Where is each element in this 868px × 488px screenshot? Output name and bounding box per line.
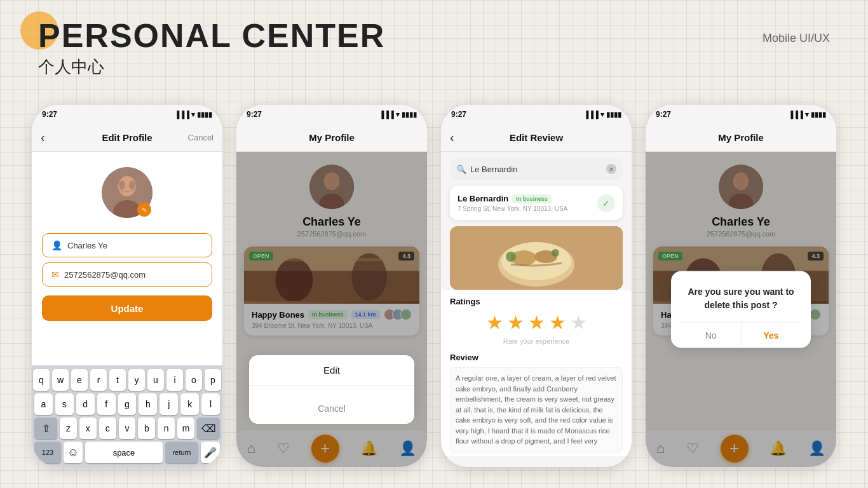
page-subtitle: 个人中心: [38, 56, 385, 78]
review-text[interactable]: A regular one, a layer of cream, a layer…: [450, 367, 623, 452]
key-v[interactable]: v: [119, 417, 136, 439]
space-key[interactable]: space: [85, 442, 163, 463]
status-icons-1: ▐▐▐ ▾ ▮▮▮▮: [175, 111, 212, 119]
profile-content-4: Charles Ye 2572562875@qq.com OPEN: [646, 152, 836, 467]
svg-point-19: [552, 249, 559, 257]
email-field[interactable]: ✉ 2572562875@qq.com: [42, 262, 212, 287]
action-edit[interactable]: Edit: [249, 355, 414, 386]
confirm-buttons: No Yes: [681, 322, 801, 348]
key-m[interactable]: m: [177, 417, 194, 439]
key-n[interactable]: n: [158, 417, 175, 439]
ratings-section: Ratings ★ ★ ★ ★ ★ Rate your experience: [441, 290, 632, 348]
back-button-1[interactable]: ‹: [41, 130, 45, 145]
ratings-label: Ratings: [450, 297, 623, 306]
key-d[interactable]: d: [76, 393, 95, 415]
confirm-no-button[interactable]: No: [681, 323, 742, 348]
key-g[interactable]: g: [118, 393, 137, 415]
back-button-3[interactable]: ‹: [450, 130, 454, 145]
phone-edit-profile: 9:27 ▐▐▐ ▾ ▮▮▮▮ ‹ Edit Profile Cancel: [32, 105, 222, 467]
status-icons-2: ▐▐▐ ▾ ▮▮▮▮: [379, 111, 417, 119]
keyboard-row-4: 123 ☺ space return 🎤: [34, 442, 220, 463]
key-k[interactable]: k: [180, 393, 199, 415]
status-icons-4: ▐▐▐ ▾ ▮▮▮▮: [789, 111, 827, 119]
key-a[interactable]: a: [34, 393, 53, 415]
name-field[interactable]: 👤 Charles Ye: [42, 233, 212, 257]
svg-point-18: [506, 252, 516, 262]
key-u[interactable]: u: [147, 369, 164, 391]
food-image: [450, 226, 623, 290]
shift-key[interactable]: ⇧: [34, 417, 57, 439]
svg-point-3: [119, 180, 125, 189]
phone-my-profile: 9:27 ▐▐▐ ▾ ▮▮▮▮ My Profile Charles Ye 25…: [236, 105, 427, 467]
email-icon: ✉: [51, 269, 59, 280]
clear-icon-3[interactable]: ✕: [606, 164, 616, 174]
key-z[interactable]: z: [60, 417, 77, 439]
status-time-1: 9:27: [42, 110, 57, 119]
confirm-text: Are you sure you want to delete this pos…: [681, 285, 801, 312]
key-h[interactable]: h: [139, 393, 157, 415]
keyboard: q w e r t y u i o p a s d f g h: [32, 365, 222, 467]
action-cancel[interactable]: Cancel: [249, 393, 414, 424]
key-j[interactable]: j: [159, 393, 178, 415]
phones-row: 9:27 ▐▐▐ ▾ ▮▮▮▮ ‹ Edit Profile Cancel: [32, 105, 836, 467]
cancel-button-1[interactable]: Cancel: [188, 133, 214, 142]
key-i[interactable]: i: [166, 369, 183, 391]
page-header: PERSONAL CENTER 个人中心: [38, 19, 385, 78]
key-b[interactable]: b: [138, 417, 155, 439]
star-1[interactable]: ★: [486, 311, 503, 334]
nav-title-4: My Profile: [718, 132, 764, 143]
result-address: 7 Spring St, New York, NY 10013, USA: [458, 205, 567, 212]
key-x[interactable]: x: [79, 417, 97, 439]
mic-key[interactable]: 🎤: [201, 442, 220, 463]
star-2[interactable]: ★: [507, 311, 524, 334]
key-w[interactable]: w: [52, 369, 69, 391]
status-bar-4: 9:27 ▐▐▐ ▾ ▮▮▮▮: [646, 105, 836, 124]
status-bar-2: 9:27 ▐▐▐ ▾ ▮▮▮▮: [236, 105, 427, 124]
result-name: Le Bernardin In business: [458, 194, 567, 203]
email-value: 2572562875@qq.com: [64, 270, 146, 280]
search-bar[interactable]: 🔍 Le Bernardin ✕: [450, 158, 623, 180]
key-o[interactable]: o: [186, 369, 202, 391]
key-l[interactable]: l: [201, 393, 220, 415]
key-c[interactable]: c: [99, 417, 116, 439]
keyboard-row-2: a s d f g h j k l: [34, 393, 220, 415]
search-icon-3: 🔍: [456, 165, 466, 174]
avatar-edit-btn[interactable]: ✎: [137, 203, 151, 217]
stars-row: ★ ★ ★ ★ ★: [450, 311, 623, 334]
status-bar-3: 9:27 ▐▐▐ ▾ ▮▮▮▮: [441, 105, 632, 124]
backspace-key[interactable]: ⌫: [197, 417, 220, 439]
search-text-3: Le Bernardin: [470, 165, 602, 174]
star-5[interactable]: ★: [570, 311, 587, 334]
num-key[interactable]: 123: [34, 442, 61, 463]
update-button[interactable]: Update: [42, 295, 212, 321]
page-tag: Mobile UI/UX: [763, 32, 830, 45]
key-e[interactable]: e: [71, 369, 88, 391]
emoji-key[interactable]: ☺: [64, 442, 83, 463]
review-label: Review: [450, 353, 623, 362]
restaurant-result: Le Bernardin In business 7 Spring St, Ne…: [450, 186, 623, 220]
nav-title-1: Edit Profile: [102, 132, 152, 143]
key-t[interactable]: t: [109, 369, 126, 391]
confirm-modal: Are you sure you want to delete this pos…: [671, 271, 811, 348]
key-q[interactable]: q: [33, 369, 50, 391]
star-3[interactable]: ★: [528, 311, 545, 334]
key-f[interactable]: f: [97, 393, 116, 415]
person-icon: 👤: [51, 240, 62, 250]
tag-in-business-3: In business: [512, 194, 552, 203]
result-info: Le Bernardin In business 7 Spring St, Ne…: [458, 194, 567, 212]
key-r[interactable]: r: [90, 369, 107, 391]
phone-edit-review: 9:27 ▐▐▐ ▾ ▮▮▮▮ ‹ Edit Review 🔍 Le Berna…: [441, 105, 632, 467]
nav-title-3: Edit Review: [510, 132, 563, 143]
avatar-section: ✎: [32, 152, 222, 228]
name-value: Charles Ye: [67, 241, 107, 250]
key-p[interactable]: p: [205, 369, 221, 391]
phone-delete-confirm: 9:27 ▐▐▐ ▾ ▮▮▮▮ My Profile Charles Ye 25…: [646, 105, 836, 467]
key-y[interactable]: y: [128, 369, 145, 391]
nav-header-3: ‹ Edit Review: [441, 124, 632, 152]
confirm-yes-button[interactable]: Yes: [742, 323, 801, 348]
star-4[interactable]: ★: [549, 311, 566, 334]
nav-header-1: ‹ Edit Profile Cancel: [32, 124, 222, 152]
key-s[interactable]: s: [55, 393, 74, 415]
return-key[interactable]: return: [165, 442, 198, 463]
review-content: 🔍 Le Bernardin ✕ Le Bernardin In busines…: [441, 152, 632, 467]
